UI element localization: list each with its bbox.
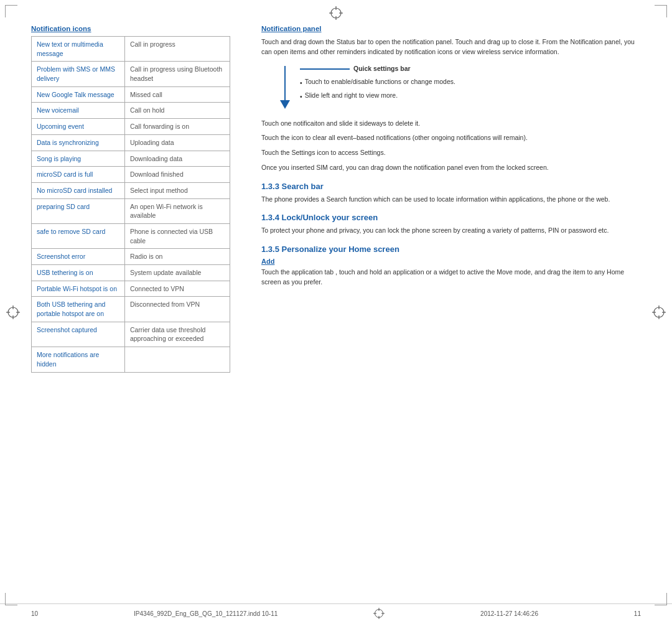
notification-panel-title: Notification panel (261, 25, 641, 32)
section-text-2: Touch the application tab , touch and ho… (261, 268, 641, 287)
qs-label-line (300, 68, 350, 70)
crosshair-right-icon (652, 305, 666, 319)
table-row: preparing SD cardAn open Wi-Fi network i… (32, 198, 230, 223)
corner-mark-bl (5, 593, 17, 605)
table-cell-left: New Google Talk message (32, 86, 125, 103)
right-column: Notification panel Touch and drag down t… (249, 25, 641, 597)
table-cell-right: Select input method (124, 182, 230, 198)
table-cell-left: Upcoming event (32, 119, 125, 135)
table-row: Portable Wi-Fi hotspot is onConnected to… (32, 281, 230, 297)
table-cell-left: USB tethering is on (32, 265, 125, 281)
notification-table: New text or multimedia messageCall in pr… (31, 36, 230, 373)
section-text-0: The phone provides a Search function whi… (261, 195, 641, 205)
table-cell-right: An open Wi-Fi network is available (124, 198, 230, 223)
table-row: USB tethering is onSystem update availab… (32, 265, 230, 281)
table-row: microSD card is fullDownload finished (32, 167, 230, 183)
corner-mark-tl (5, 5, 17, 17)
table-row: No microSD card installedSelect input me… (32, 182, 230, 198)
table-cell-left: preparing SD card (32, 198, 125, 223)
table-row: Screenshot errorRadio is on (32, 249, 230, 265)
table-row: New text or multimedia messageCall in pr… (32, 37, 230, 62)
crosshair-top-icon (329, 6, 343, 20)
table-row: Song is playingDownloading data (32, 151, 230, 167)
quick-settings-diagram: Quick settings bar • Touch to enable/dis… (280, 65, 641, 109)
quick-settings-bullets: • Touch to enable/disable functions or c… (300, 77, 455, 101)
table-cell-right: Missed call (124, 86, 230, 103)
table-cell-left: Both USB tethering and portable hotspot … (32, 297, 125, 322)
page-container: Notification icons New text or multimedi… (0, 0, 672, 624)
table-cell-right: Call forwarding is on (124, 119, 230, 135)
action-text-0: Touch one notificaiton and slide it side… (261, 119, 641, 129)
table-cell-left: Portable Wi-Fi hotspot is on (32, 281, 125, 297)
table-cell-right: System update available (124, 265, 230, 281)
table-cell-left: New text or multimedia message (32, 37, 125, 62)
table-cell-right: Connected to VPN (124, 281, 230, 297)
corner-mark-br (655, 593, 667, 605)
section-heading-0: 1.3.3 Search bar (261, 182, 641, 191)
table-row: New voicemailCall on hold (32, 103, 230, 119)
qs-bullet-text-1: Touch to enable/disable functions or cha… (305, 77, 455, 86)
arrow-line (284, 66, 286, 100)
content-area: Notification icons New text or multimedi… (0, 0, 672, 603)
table-cell-left: safe to remove SD card (32, 223, 125, 248)
table-cell-left: Problem with SMS or MMS delivery (32, 62, 125, 86)
arrow-head (280, 100, 290, 109)
table-cell-right: Uploading data (124, 134, 230, 151)
table-cell-right: Carrier data use threshold approaching o… (124, 322, 230, 347)
footer-right-page: 11 (634, 610, 641, 617)
notification-icons-title: Notification icons (31, 25, 230, 32)
crosshair-left-icon (6, 305, 20, 319)
corner-mark-tr (655, 5, 667, 17)
left-column: Notification icons New text or multimedi… (31, 25, 230, 597)
quick-settings-info: Quick settings bar • Touch to enable/dis… (300, 65, 455, 109)
table-row: Problem with SMS or MMS deliveryCall in … (32, 62, 230, 86)
table-cell-left: No microSD card installed (32, 182, 125, 198)
section-heading-1: 1.3.4 Lock/Unlock your screen (261, 213, 641, 222)
table-cell-left: Song is playing (32, 151, 125, 167)
table-row: safe to remove SD cardPhone is connected… (32, 223, 230, 248)
qs-bullet-1: • Touch to enable/disable functions or c… (300, 77, 455, 88)
table-row: Upcoming eventCall forwarding is on (32, 119, 230, 135)
qs-label-line-container: Quick settings bar (300, 65, 455, 72)
notification-panel-text: Touch and drag down the Status bar to op… (261, 37, 641, 57)
table-cell-left: Data is synchronizing (32, 134, 125, 151)
table-row: Both USB tethering and portable hotspot … (32, 297, 230, 322)
bullet-dot-1: • (300, 78, 302, 88)
table-cell-right: Call in progress (124, 37, 230, 62)
table-cell-left: microSD card is full (32, 167, 125, 183)
table-cell-right: Radio is on (124, 249, 230, 265)
qs-label-text: Quick settings bar (353, 65, 411, 72)
table-cell-right: Download finished (124, 167, 230, 183)
action-texts-container: Touch one notificaiton and slide it side… (261, 119, 641, 173)
quick-settings-arrow (280, 66, 290, 109)
footer-file-info: IP4346_992D_Eng_GB_QG_10_121127.indd 10-… (134, 610, 278, 617)
sections-container: 1.3.3 Search barThe phone provides a Sea… (261, 182, 641, 287)
bullet-dot-2: • (300, 92, 302, 101)
action-text-3: Once you inserted SIM card, you can drag… (261, 163, 641, 173)
table-cell-left: Screenshot captured (32, 322, 125, 347)
table-cell-left: New voicemail (32, 103, 125, 119)
section-heading-2: 1.3.5 Personalize your Home screen (261, 244, 641, 254)
table-row: More notifications are hidden (32, 347, 230, 372)
subsection-title-2: Add (261, 258, 641, 265)
footer: 10 IP4346_992D_Eng_GB_QG_10_121127.indd … (0, 603, 672, 624)
qs-bullet-2: • Slide left and right to view more. (300, 91, 455, 101)
table-cell-right: Downloading data (124, 151, 230, 167)
table-cell-right: Call in progress using Bluetooth headset (124, 62, 230, 86)
table-cell-right (124, 347, 230, 372)
action-text-1: Touch the icon to clear all event–based … (261, 133, 641, 143)
section-text-1: To protect your phone and privacy, you c… (261, 226, 641, 236)
table-cell-right: Disconnected from VPN (124, 297, 230, 322)
footer-left-page: 10 (31, 610, 38, 617)
footer-crosshair-icon (373, 608, 385, 619)
table-row: Screenshot capturedCarrier data use thre… (32, 322, 230, 347)
qs-bullet-text-2: Slide left and right to view more. (305, 91, 398, 100)
table-cell-right: Phone is connected via USB cable (124, 223, 230, 248)
table-cell-right: Call on hold (124, 103, 230, 119)
table-cell-left: Screenshot error (32, 249, 125, 265)
action-text-2: Touch the Settings icon to access Settin… (261, 148, 641, 158)
table-row: Data is synchronizingUploading data (32, 134, 230, 151)
footer-date-info: 2012-11-27 14:46:26 (480, 610, 538, 617)
table-row: New Google Talk messageMissed call (32, 86, 230, 103)
table-cell-left: More notifications are hidden (32, 347, 125, 372)
